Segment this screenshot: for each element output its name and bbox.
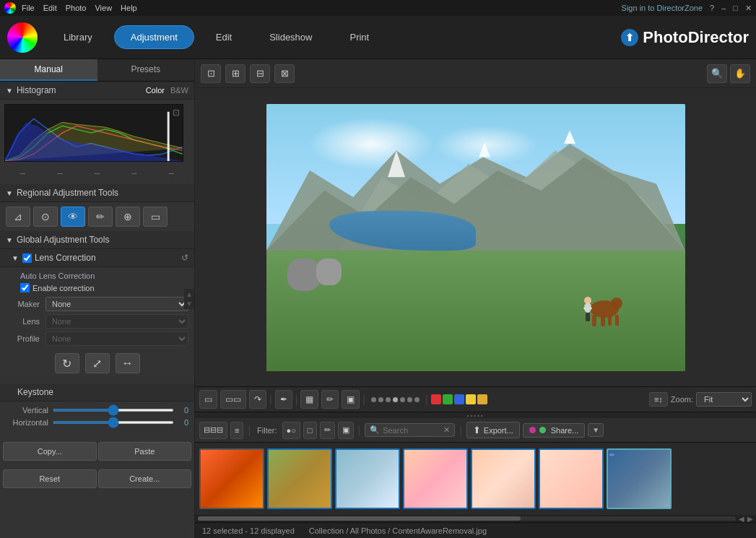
thumb-7[interactable]: ✏ — [607, 448, 672, 509]
scrollbar-track[interactable] — [198, 516, 736, 521]
paste-button[interactable]: Paste — [98, 442, 192, 461]
dot-4[interactable] — [393, 397, 398, 402]
regional-tools-header[interactable]: ▼ Regional Adjustment Tools — [0, 184, 194, 202]
copy-button[interactable]: Copy... — [3, 442, 97, 461]
color-yellow[interactable] — [466, 394, 476, 404]
lens-reset-icon[interactable]: ↺ — [181, 253, 188, 263]
thumb-6[interactable] — [539, 448, 604, 509]
sort-button[interactable]: ≡↕ — [649, 392, 668, 407]
tab-slideshow[interactable]: Slideshow — [253, 26, 328, 48]
menu-help[interactable]: Help — [121, 4, 137, 12]
histogram-bw-mode[interactable]: B&W — [170, 86, 188, 95]
reset-button[interactable]: Reset — [3, 469, 97, 488]
hist-minus-1[interactable]: – — [20, 168, 25, 178]
dot-5[interactable] — [400, 397, 405, 402]
hist-minus-3[interactable]: – — [95, 168, 100, 178]
regional-tool-radial[interactable]: ⊙ — [33, 207, 58, 227]
color-red[interactable] — [431, 394, 441, 404]
tab-edit[interactable]: Edit — [197, 26, 251, 48]
filmstrip-list-view[interactable]: ≡ — [230, 422, 243, 439]
adj-split-btn[interactable]: ▭▭ — [220, 390, 246, 409]
adj-rect-btn[interactable]: ▭ — [199, 390, 217, 409]
tab-print[interactable]: Print — [331, 26, 388, 48]
filmstrip-scrollbar[interactable]: ◀ ▶ — [195, 515, 756, 522]
filmstrip-grid-view[interactable]: ⊟⊟⊟ — [199, 422, 227, 439]
tab-adjustment[interactable]: Adjustment — [114, 25, 194, 49]
help-button[interactable]: ? — [710, 4, 714, 12]
adj-pen-btn[interactable]: ✏ — [321, 390, 339, 409]
vertical-slider[interactable] — [53, 409, 174, 412]
thumb-1[interactable] — [199, 448, 264, 509]
dot-6[interactable] — [407, 397, 412, 402]
upgrade-icon[interactable]: ⬆ — [621, 29, 638, 46]
thumb-4[interactable] — [403, 448, 468, 509]
search-input[interactable] — [383, 426, 440, 435]
export-button[interactable]: ⬆ Export... — [466, 422, 520, 438]
menu-file[interactable]: File — [22, 4, 35, 12]
color-green[interactable] — [443, 394, 453, 404]
histogram-header[interactable]: ▼ Histogram Color B&W — [0, 82, 194, 100]
filter-color[interactable]: □ — [303, 422, 317, 439]
adj-brush-btn[interactable]: ✒ — [275, 390, 292, 409]
menu-photo[interactable]: Photo — [66, 4, 87, 12]
regional-tool-brush[interactable]: 👁 — [61, 207, 85, 227]
adj-box-btn[interactable]: ▣ — [342, 390, 360, 409]
horizontal-slider[interactable] — [53, 421, 174, 424]
enable-correction-checkbox[interactable] — [20, 283, 30, 292]
zoom-select[interactable]: Fit 25% 50% 75% 100% 200% — [696, 392, 752, 407]
color-blue[interactable] — [454, 394, 464, 404]
scroll-down-button[interactable]: ▼ — [186, 300, 193, 308]
histogram-color-mode[interactable]: Color — [146, 86, 165, 95]
sign-in-link[interactable]: Sign in to DirectorZone — [622, 4, 703, 12]
lens-select[interactable]: None — [45, 314, 188, 329]
regional-tool-select[interactable]: ⊿ — [6, 207, 30, 227]
thumb-3[interactable] — [335, 448, 400, 509]
filter-edit[interactable]: ✏ — [320, 422, 335, 439]
regional-tool-crop[interactable]: ▭ — [143, 207, 168, 227]
scrollbar-thumb[interactable] — [198, 516, 521, 521]
restore-button[interactable]: □ — [733, 4, 738, 12]
subtab-presets[interactable]: Presets — [97, 59, 195, 81]
create-button[interactable]: Create... — [98, 469, 192, 488]
global-tools-header[interactable]: ▼ Global Adjustment Tools — [0, 231, 194, 249]
action-expand[interactable]: ↔ — [116, 353, 140, 373]
share-dropdown-arrow[interactable]: ▼ — [588, 423, 604, 437]
color-orange[interactable] — [477, 394, 487, 404]
lens-correction-header[interactable]: ▼ Lens Correction ↺ — [0, 249, 194, 267]
lens-enable-checkbox[interactable] — [22, 253, 32, 263]
thumb-2[interactable] — [267, 448, 332, 509]
view-grid-btn[interactable]: ⊟ — [250, 64, 270, 83]
view-compare-btn[interactable]: ⊞ — [225, 64, 246, 83]
view-filmstrip-btn[interactable]: ⊠ — [274, 64, 295, 83]
menu-edit[interactable]: Edit — [43, 4, 57, 12]
close-button[interactable]: ✕ — [745, 4, 752, 13]
dot-7[interactable] — [414, 397, 420, 402]
pan-tool-btn[interactable]: ✋ — [730, 64, 750, 83]
minimize-button[interactable]: – — [721, 4, 726, 12]
search-tool-btn[interactable]: 🔍 — [707, 64, 727, 83]
action-drag[interactable]: ⤢ — [85, 353, 110, 373]
adj-grid-btn[interactable]: ▦ — [300, 390, 318, 409]
menu-view[interactable]: View — [95, 4, 112, 12]
scroll-prev-btn[interactable]: ◀ — [739, 515, 744, 523]
scroll-next-btn[interactable]: ▶ — [747, 515, 753, 523]
filmstrip-drag-handle[interactable]: ••••• — [195, 412, 756, 418]
view-single-btn[interactable]: ⊡ — [201, 64, 221, 83]
regional-tool-pen[interactable]: ✏ — [88, 207, 113, 227]
action-refresh[interactable]: ↻ — [55, 353, 79, 373]
keystone-header[interactable]: Keystone — [0, 383, 194, 402]
dot-3[interactable] — [386, 397, 391, 402]
hist-minus-2[interactable]: – — [57, 168, 62, 178]
regional-tool-clone[interactable]: ⊕ — [116, 207, 140, 227]
auto-lens-correction[interactable]: Auto Lens Correction — [6, 272, 188, 280]
search-clear-icon[interactable]: ✕ — [443, 425, 450, 435]
subtab-manual[interactable]: Manual — [0, 59, 97, 81]
adj-rotate-btn[interactable]: ↷ — [249, 390, 266, 409]
share-button[interactable]: Share... — [523, 423, 586, 438]
scroll-up-button[interactable]: ▲ — [186, 290, 193, 298]
tab-library[interactable]: Library — [45, 26, 111, 48]
profile-select[interactable]: None — [45, 331, 188, 346]
filter-flag[interactable]: ▣ — [338, 422, 354, 439]
thumb-5[interactable] — [471, 448, 536, 509]
hist-minus-5[interactable]: – — [169, 168, 174, 178]
